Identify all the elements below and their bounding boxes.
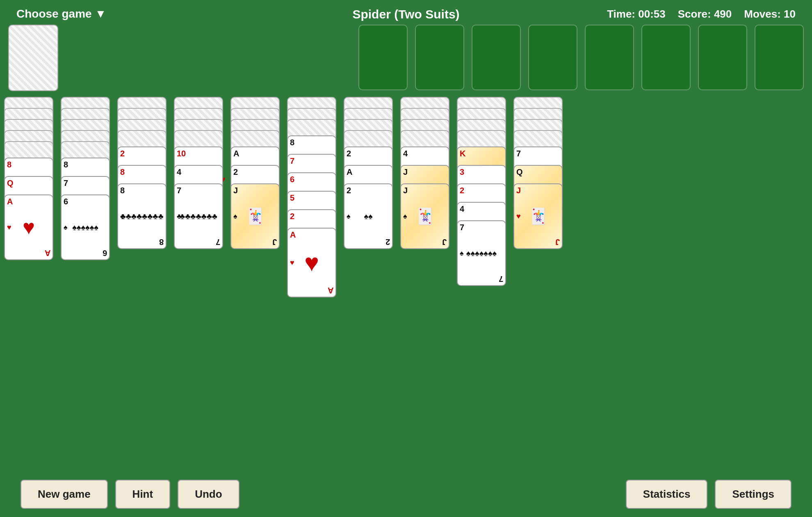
column-10: 7 ♣ ♣♣♣♣♣♣♣ 7 Q ♠ 👸 Q J ♥ 🃏 J [513, 97, 563, 249]
card-ah[interactable]: A ♥ ♥ A [4, 194, 53, 260]
card-js3[interactable]: J ♠ 🃏 J [400, 183, 449, 249]
card-8c[interactable]: 8 ♣ ♣♣♣♣♣♣♣♣ 8 [117, 183, 167, 249]
foundation-slot-3 [472, 25, 521, 90]
top-row [0, 25, 812, 91]
stock-pile[interactable] [8, 25, 58, 91]
column-4: 10 ♥ ♥♥♥♥♥♥♥♥♥♥ 10 4 ♠ ♠♠♠♠ 4 7 ♣ ♣♣♣♣♣♣… [174, 97, 223, 249]
hint-button[interactable]: Hint [115, 480, 171, 509]
new-game-button[interactable]: New game [21, 480, 108, 509]
column-1: 8 ♥ ♥♥ 8 Q ♥ 👑 Q A ♥ ♥ A [4, 97, 53, 260]
column-6: 8 ♠ ♠♠♠♠♠♠♠♠ 8 7 ♥ ♥♥♥♥♥♥♥ 7 6 ♥ ♥♥♥♥♥♥ … [287, 97, 336, 297]
column-3: 2 ♥ ♥♥ 2 8 ♥ ♥♥♥♥♥♥♥♥ 8 8 ♣ ♣♣♣♣♣♣♣♣ 8 [117, 97, 167, 249]
time-display: Time: 00:53 [607, 8, 666, 21]
card-2s3[interactable]: 2 ♠ ♠♠ 2 [344, 183, 393, 249]
column-9: K ♥ 👑 K 3 ♥ ♥♥♥ 3 2 ♥ ♥♥ 2 4 ♠ ♠♠♠♠ 4 7 … [457, 97, 506, 286]
foundation-slot-6 [641, 25, 691, 90]
footer-left: New game Hint Undo [21, 480, 239, 509]
statistics-button[interactable]: Statistics [626, 480, 708, 509]
column-5: A ♠ ♠ A 2 ♠ ♠♠ 2 J ♠ 🃏 J [230, 97, 280, 249]
choose-game-label: Choose game ▼ [16, 7, 106, 21]
column-7: 2 ♠ ♠♠ 2 A ♠ ♠ A 2 ♠ ♠♠ 2 [344, 97, 393, 249]
card-7s2[interactable]: 7 ♠ ♠♠♠♠♠♠♠ 7 [457, 220, 506, 286]
card-7c[interactable]: 7 ♣ ♣♣♣♣♣♣♣ 7 [174, 183, 223, 249]
foundation-slot-5 [585, 25, 634, 90]
undo-button[interactable]: Undo [178, 480, 239, 509]
choose-game-button[interactable]: Choose game ▼ [16, 7, 106, 21]
moves-display: Moves: 10 [744, 8, 796, 21]
foundation-slot-2 [415, 25, 464, 90]
game-title: Spider (Two Suits) [352, 7, 459, 21]
header: Choose game ▼ Spider (Two Suits) Time: 0… [0, 0, 812, 25]
column-8: 4 ♠ ♠♠♠♠ 4 J ♠ 🃏 J J ♠ 🃏 J [400, 97, 449, 249]
settings-button[interactable]: Settings [715, 480, 791, 509]
foundation-slot-8 [755, 25, 804, 90]
footer-right: Statistics Settings [626, 480, 791, 509]
card-6s[interactable]: 6 ♠ ♠♠♠♠♠♠ 6 [61, 194, 110, 260]
foundation-slot-4 [528, 25, 577, 90]
foundation-slot-1 [358, 25, 408, 90]
card-ah2[interactable]: A ♥ ♥ A [287, 228, 336, 297]
footer: New game Hint Undo Statistics Settings [0, 480, 812, 509]
stats-bar: Time: 00:53 Score: 490 Moves: 10 [607, 8, 796, 21]
columns-area: 8 ♥ ♥♥ 8 Q ♥ 👑 Q A ♥ ♥ A 8 ♠ ♠♠ 8 [0, 97, 812, 297]
card-jh[interactable]: J ♥ 🃏 J [513, 183, 563, 249]
card-js[interactable]: J ♠ 🃏 J [230, 183, 280, 249]
column-2: 8 ♠ ♠♠ 8 7 ♠ ♠♠♠ 7 6 ♠ ♠♠♠♠♠♠ 6 [61, 97, 110, 260]
score-display: Score: 490 [678, 8, 732, 21]
foundation-slot-7 [698, 25, 747, 90]
